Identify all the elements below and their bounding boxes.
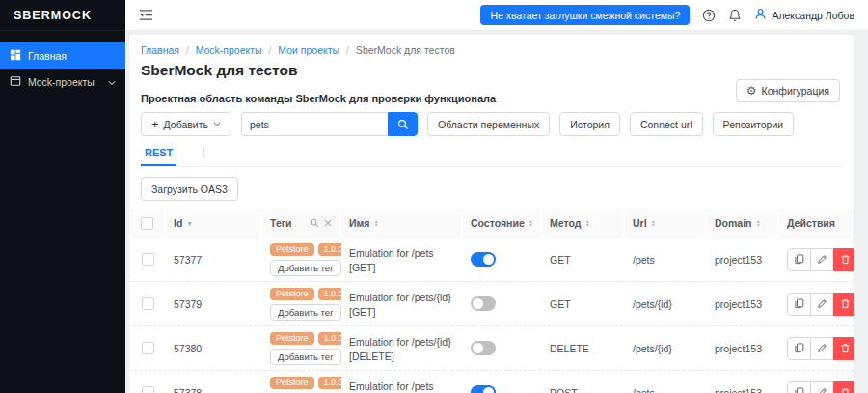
cell-state [463,385,542,393]
history-button[interactable]: История [559,112,620,136]
edit-button[interactable] [810,337,834,360]
connect-url-button[interactable]: Connect url [630,112,703,136]
copy-button[interactable] [787,381,811,393]
sort-caret-icon: ▼ [186,220,193,227]
sidebar-item-mock-projects[interactable]: Mock-проекты [0,69,125,95]
select-all-checkbox[interactable] [141,217,153,230]
row-checkbox[interactable] [142,386,154,393]
header-tags[interactable]: Теги [262,209,341,238]
configuration-button[interactable]: ⚙ Конфигурация [736,79,840,102]
breadcrumb-separator: / [346,44,349,56]
breadcrumb-separator: / [186,44,189,56]
delete-button[interactable] [833,248,854,271]
edit-button[interactable] [810,248,834,271]
tab-bar: REST [141,146,842,167]
cell-name: Emulation for /pets [GET] [341,244,463,273]
missing-stub-button[interactable]: Не хватает заглушки смежной системы? [480,5,690,25]
search-input[interactable] [241,112,388,136]
bell-icon[interactable] [728,9,742,22]
cell-method: POST [542,387,625,393]
state-toggle[interactable] [471,296,496,311]
copy-button[interactable] [787,337,811,360]
add-tag-button[interactable]: Добавить тег [270,304,341,321]
header-name[interactable]: Имя▲▼ [341,209,463,238]
help-icon[interactable] [702,9,716,22]
edit-icon [817,343,827,353]
cell-domain: project153 [707,387,779,393]
table-body: 57377 Petstore 1.0.0 Добавить тег Emulat… [129,238,854,393]
add-button[interactable]: + Добавить [141,112,231,136]
header-state[interactable]: Состояние▲▼ [463,209,542,238]
delete-button[interactable] [833,293,854,316]
tag-badge: 1.0.0 [318,332,341,345]
tab-rest[interactable]: REST [141,147,176,166]
state-toggle[interactable] [471,252,496,267]
sidebar-item-home[interactable]: Главная [0,42,125,69]
sort-icon: ▲▼ [373,219,378,227]
variables-button[interactable]: Области переменных [427,112,550,136]
user-menu[interactable]: Александр Лобов [754,8,854,22]
sidebar-item-label: Mock-проекты [28,76,95,88]
toggle-knob [473,298,483,309]
tag-badge: 1.0.0 [318,377,341,389]
cell-state [463,252,542,267]
table-row: 57380 Petstore 1.0.0 Добавить тег Emulat… [129,326,854,371]
header-method[interactable]: Метод▲▼ [542,209,625,238]
breadcrumb: Главная / Mock-проекты / Мои проекты / S… [129,35,854,56]
trash-icon [840,254,851,265]
copy-button[interactable] [787,248,811,271]
cell-method: DELETE [542,343,625,354]
cell-id: 57380 [166,343,262,354]
edit-button[interactable] [810,381,834,393]
header-url[interactable]: Url▲▼ [625,209,707,238]
row-checkbox[interactable] [142,297,154,310]
delete-button[interactable] [833,337,854,360]
table-row: 57377 Petstore 1.0.0 Добавить тег Emulat… [129,238,854,282]
cell-method: GET [542,254,625,266]
filter-search-icon[interactable] [310,218,319,228]
cell-url: /pets/{id} [625,343,707,354]
plus-icon: + [151,118,159,130]
header-domain[interactable]: Domain▲▼ [707,209,779,238]
cell-actions [779,248,854,271]
copy-button[interactable] [787,293,811,316]
clear-filter-icon[interactable] [324,219,332,227]
tag-badge: Petstore [270,243,314,256]
delete-button[interactable] [833,381,854,393]
toggle-knob [483,254,494,265]
row-checkbox[interactable] [142,342,154,354]
add-tag-button[interactable]: Добавить тег [270,260,341,276]
table-row: 57378 Petstore 1.0.0 Добавить тег Emulat… [129,371,854,393]
add-tag-button[interactable]: Добавить тег [270,349,341,365]
state-toggle[interactable] [471,341,496,355]
breadcrumb-link[interactable]: Мои проекты [278,44,339,56]
header-id[interactable]: Id▼ [166,209,262,238]
breadcrumb-link[interactable]: Mock-проекты [196,44,262,56]
breadcrumb-separator: / [269,44,272,56]
state-toggle[interactable] [471,385,496,393]
cell-tags: Petstore 1.0.0 Добавить тег [262,288,341,321]
gear-icon: ⚙ [746,85,757,97]
cell-name: Emulation for /pets/{id} [DELETE] [341,333,463,362]
cell-actions [779,337,854,360]
upload-oas3-button[interactable]: Загрузить OAS3 [141,177,238,201]
breadcrumb-link[interactable]: Главная [141,44,179,56]
edit-icon [817,298,827,309]
tag-badge: Petstore [270,377,314,389]
configuration-label: Конфигурация [762,85,829,97]
main-area: Не хватает заглушки смежной системы? Але… [125,0,868,393]
edit-button[interactable] [810,293,834,316]
sort-icon: ▲▼ [651,219,656,227]
repositories-button[interactable]: Репозитории [713,112,795,136]
header-actions: Действия [779,209,854,238]
dashboard-icon [10,49,21,63]
tag-badge: Petstore [270,288,314,300]
page-title: SberMock для тестов [129,56,854,79]
content-card: Главная / Mock-проекты / Мои проекты / S… [129,35,854,393]
search-button[interactable] [388,112,418,136]
toggle-knob [483,387,494,393]
menu-fold-icon[interactable] [139,9,153,21]
sidebar-item-label: Главная [28,50,67,62]
row-checkbox[interactable] [142,253,154,266]
table-row: 57379 Petstore 1.0.0 Добавить тег Emulat… [129,282,854,326]
